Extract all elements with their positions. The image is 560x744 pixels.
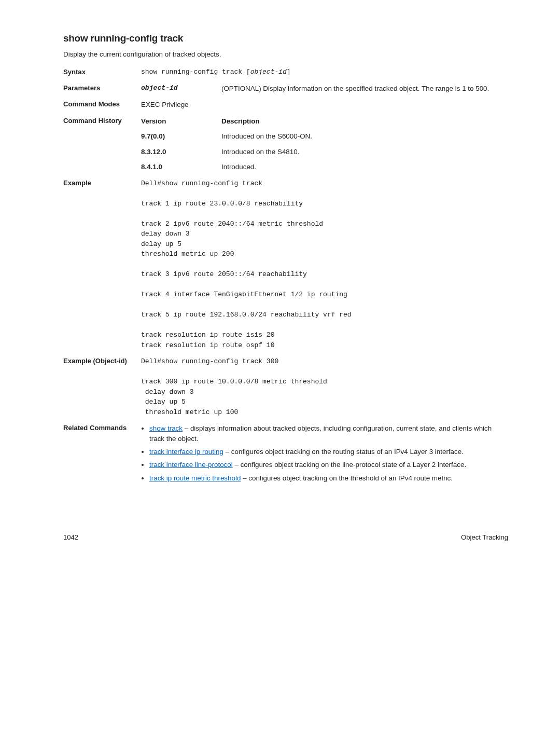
related-link[interactable]: track interface line-protocol (149, 461, 233, 469)
related-commands-list: show track – displays information about … (141, 423, 508, 483)
command-modes-label: Command Modes (63, 100, 141, 109)
parameters-label: Parameters (63, 84, 141, 93)
syntax-text: show running-config track [ (141, 68, 250, 76)
related-text: – configures object tracking on the rout… (223, 448, 464, 456)
parameter-desc: (OPTIONAL) Display information on the sp… (221, 84, 508, 93)
history-desc: Introduced. (221, 162, 508, 172)
history-header-version: Version (141, 116, 221, 126)
example-objectid-output: Dell#show running-config track 300 track… (141, 356, 508, 417)
syntax-value: show running-config track [object-id] (141, 67, 508, 77)
syntax-tail: ] (287, 68, 291, 76)
section-name: Object Tracking (461, 533, 508, 543)
example-label: Example (63, 178, 141, 188)
page-number: 1042 (63, 533, 78, 543)
history-version: 9.7(0.0) (141, 131, 221, 141)
related-text: – displays information about tracked obj… (149, 424, 492, 442)
page-footer: 1042 Object Tracking (63, 533, 508, 543)
related-link[interactable]: track ip route metric threshold (149, 474, 241, 482)
history-desc: Introduced on the S4810. (221, 147, 508, 157)
related-commands-label: Related Commands (63, 423, 141, 433)
syntax-emph: object-id (250, 68, 287, 76)
related-link[interactable]: show track (149, 424, 183, 432)
command-modes-value: EXEC Privilege (141, 100, 508, 109)
history-version: 8.4.1.0 (141, 162, 221, 172)
page-title: show running-config track (63, 31, 508, 46)
syntax-label: Syntax (63, 67, 141, 77)
history-table: Version Description 9.7(0.0) Introduced … (141, 116, 508, 172)
list-item: track interface line-protocol – configur… (149, 460, 508, 470)
history-desc: Introduced on the S6000-ON. (221, 131, 508, 141)
command-history-label: Command History (63, 116, 141, 126)
command-description: Display the current configuration of tra… (63, 49, 508, 59)
history-version: 8.3.12.0 (141, 147, 221, 157)
related-text: – configures object tracking on the thre… (241, 474, 453, 482)
list-item: track interface ip routing – configures … (149, 447, 508, 457)
related-link[interactable]: track interface ip routing (149, 448, 223, 456)
history-header-desc: Description (221, 116, 508, 126)
list-item: show track – displays information about … (149, 423, 508, 444)
list-item: track ip route metric threshold – config… (149, 473, 508, 483)
example-objectid-label: Example (Object-id) (63, 356, 141, 366)
related-text: – configures object tracking on the line… (233, 461, 466, 469)
parameter-name: object-id (141, 84, 221, 93)
example-output: Dell#show running-config track track 1 i… (141, 178, 508, 351)
